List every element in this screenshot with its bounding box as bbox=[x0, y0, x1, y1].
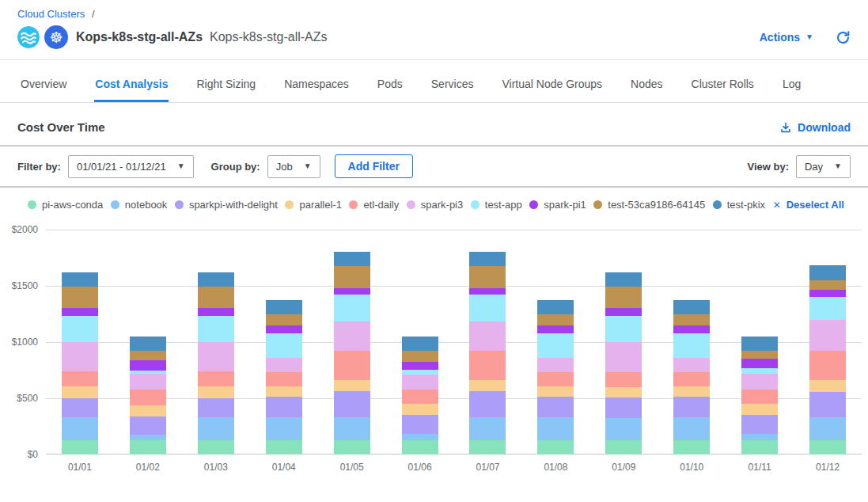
bar-segment-test-pkix[interactable] bbox=[198, 272, 234, 287]
bar-segment-sparkpi-with-delight[interactable] bbox=[402, 415, 438, 434]
tab-cost-analysis[interactable]: Cost Analysis bbox=[94, 71, 169, 102]
bar-segment-test-app[interactable] bbox=[198, 316, 234, 342]
deselect-all-button[interactable]: ✕Deselect All bbox=[773, 199, 844, 211]
bar-segment-test-53ca9186-64145[interactable] bbox=[334, 266, 370, 288]
bar-segment-pi-aws-conda[interactable] bbox=[809, 440, 846, 454]
bar-segment-etl-daily[interactable] bbox=[198, 371, 234, 386]
bar-segment-pi-aws-conda[interactable] bbox=[130, 440, 166, 454]
refresh-icon[interactable] bbox=[836, 30, 851, 45]
bar-segment-parallel-1[interactable] bbox=[741, 404, 778, 415]
tab-services[interactable]: Services bbox=[430, 71, 475, 102]
bar-segment-spark-pi1[interactable] bbox=[130, 360, 166, 370]
bar-segment-spark-pi1[interactable] bbox=[198, 308, 234, 316]
bar-segment-sparkpi-with-delight[interactable] bbox=[130, 416, 166, 435]
actions-button[interactable]: Actions ▼ bbox=[760, 31, 813, 44]
bar-segment-spark-pi1[interactable] bbox=[266, 325, 302, 333]
bar-segment-parallel-1[interactable] bbox=[266, 386, 302, 397]
legend-item-pi-aws-conda[interactable]: pi-aws-conda bbox=[28, 199, 103, 211]
bar-segment-pi-aws-conda[interactable] bbox=[537, 440, 574, 454]
bar-segment-notebook[interactable] bbox=[741, 434, 778, 440]
bar-segment-notebook[interactable] bbox=[469, 417, 506, 439]
bar-segment-spark-pi1[interactable] bbox=[741, 359, 778, 368]
stacked-bar-01/10[interactable] bbox=[673, 300, 710, 454]
stacked-bar-01/01[interactable] bbox=[62, 272, 98, 454]
bar-segment-spark-pi1[interactable] bbox=[469, 288, 506, 295]
tab-log[interactable]: Log bbox=[782, 71, 802, 102]
bar-segment-test-pkix[interactable] bbox=[266, 300, 302, 314]
bar-segment-etl-daily[interactable] bbox=[605, 372, 642, 386]
bar-segment-test-pkix[interactable] bbox=[537, 300, 574, 314]
bar-segment-notebook[interactable] bbox=[198, 417, 234, 440]
bar-segment-pi-aws-conda[interactable] bbox=[198, 440, 234, 454]
bar-segment-spark-pi1[interactable] bbox=[673, 325, 710, 333]
bar-segment-spark-pi3[interactable] bbox=[605, 342, 642, 372]
bar-segment-etl-daily[interactable] bbox=[469, 351, 506, 380]
bar-segment-test-pkix[interactable] bbox=[469, 252, 506, 266]
tab-right-sizing[interactable]: Right Sizing bbox=[195, 71, 256, 102]
bar-segment-sparkpi-with-delight[interactable] bbox=[673, 397, 710, 417]
legend-item-test-53ca9186-64145[interactable]: test-53ca9186-64145 bbox=[593, 199, 705, 211]
bar-segment-etl-daily[interactable] bbox=[62, 371, 98, 386]
bar-segment-test-app[interactable] bbox=[605, 316, 642, 342]
bar-segment-test-53ca9186-64145[interactable] bbox=[741, 351, 778, 359]
bar-segment-test-53ca9186-64145[interactable] bbox=[130, 351, 166, 361]
bar-segment-notebook[interactable] bbox=[266, 417, 302, 439]
legend-item-sparkpi-with-delight[interactable]: sparkpi-with-delight bbox=[175, 199, 278, 211]
download-button[interactable]: Download bbox=[779, 121, 851, 134]
bar-segment-parallel-1[interactable] bbox=[62, 386, 98, 398]
tab-namespaces[interactable]: Namespaces bbox=[283, 71, 350, 102]
bar-segment-sparkpi-with-delight[interactable] bbox=[266, 397, 302, 417]
bar-segment-spark-pi3[interactable] bbox=[198, 342, 234, 371]
group-by-select[interactable]: Job ▼ bbox=[267, 155, 320, 178]
bar-segment-spark-pi1[interactable] bbox=[334, 288, 370, 295]
bar-segment-etl-daily[interactable] bbox=[130, 390, 166, 405]
bar-segment-notebook[interactable] bbox=[334, 417, 370, 439]
legend-item-test-pkix[interactable]: test-pkix bbox=[713, 199, 765, 211]
bar-segment-test-app[interactable] bbox=[266, 333, 302, 358]
legend-item-etl-daily[interactable]: etl-daily bbox=[349, 199, 399, 211]
bar-segment-test-app[interactable] bbox=[673, 333, 710, 358]
tab-cluster-rolls[interactable]: Cluster Rolls bbox=[691, 71, 755, 102]
bar-segment-sparkpi-with-delight[interactable] bbox=[62, 398, 98, 417]
bar-segment-spark-pi3[interactable] bbox=[334, 321, 370, 351]
bar-segment-parallel-1[interactable] bbox=[469, 380, 506, 391]
bar-segment-parallel-1[interactable] bbox=[537, 386, 574, 397]
legend-item-spark-pi3[interactable]: spark-pi3 bbox=[407, 199, 463, 211]
bar-segment-parallel-1[interactable] bbox=[673, 386, 710, 397]
bar-segment-test-53ca9186-64145[interactable] bbox=[673, 314, 710, 325]
bar-segment-test-53ca9186-64145[interactable] bbox=[605, 287, 642, 308]
date-range-select[interactable]: 01/01/21 - 01/12/21 ▼ bbox=[68, 155, 194, 178]
bar-segment-test-app[interactable] bbox=[469, 295, 506, 321]
tab-pods[interactable]: Pods bbox=[377, 71, 404, 102]
bar-segment-spark-pi3[interactable] bbox=[809, 320, 846, 350]
bar-segment-test-pkix[interactable] bbox=[334, 252, 370, 266]
bar-segment-spark-pi1[interactable] bbox=[62, 308, 98, 316]
view-by-select[interactable]: Day ▼ bbox=[796, 155, 851, 178]
bar-segment-test-53ca9186-64145[interactable] bbox=[198, 287, 234, 309]
stacked-bar-01/05[interactable] bbox=[334, 252, 370, 454]
bar-segment-sparkpi-with-delight[interactable] bbox=[809, 392, 846, 417]
bar-segment-test-53ca9186-64145[interactable] bbox=[402, 351, 438, 362]
bar-segment-notebook[interactable] bbox=[62, 417, 98, 440]
bar-segment-etl-daily[interactable] bbox=[537, 372, 574, 386]
add-filter-button[interactable]: Add Filter bbox=[335, 154, 413, 178]
bar-segment-parallel-1[interactable] bbox=[130, 405, 166, 416]
legend-item-notebook[interactable]: notebook bbox=[111, 199, 168, 211]
bar-segment-pi-aws-conda[interactable] bbox=[469, 440, 506, 454]
stacked-bar-01/07[interactable] bbox=[469, 252, 506, 454]
bar-segment-test-pkix[interactable] bbox=[130, 337, 166, 351]
bar-segment-etl-daily[interactable] bbox=[266, 372, 302, 386]
bar-segment-parallel-1[interactable] bbox=[334, 380, 370, 391]
bar-segment-notebook[interactable] bbox=[537, 417, 574, 439]
bar-segment-test-pkix[interactable] bbox=[605, 272, 642, 287]
bar-segment-notebook[interactable] bbox=[809, 417, 846, 439]
bar-segment-pi-aws-conda[interactable] bbox=[266, 440, 302, 454]
bar-segment-test-pkix[interactable] bbox=[809, 265, 846, 280]
bar-segment-pi-aws-conda[interactable] bbox=[605, 440, 642, 454]
bar-segment-pi-aws-conda[interactable] bbox=[62, 440, 98, 454]
stacked-bar-01/06[interactable] bbox=[402, 337, 438, 454]
bar-segment-sparkpi-with-delight[interactable] bbox=[741, 415, 778, 434]
bar-segment-notebook[interactable] bbox=[402, 434, 438, 440]
stacked-bar-01/11[interactable] bbox=[741, 337, 778, 454]
bar-segment-spark-pi3[interactable] bbox=[402, 375, 438, 389]
